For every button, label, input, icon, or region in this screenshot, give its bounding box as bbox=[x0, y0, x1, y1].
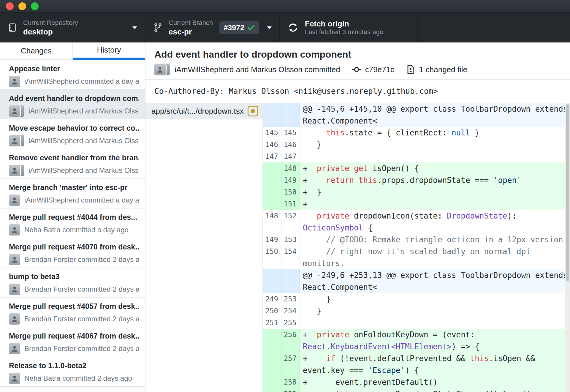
diff-code-line: + event.preventDefault() bbox=[300, 376, 570, 388]
commit-item-title: Release to 1.1.0-beta2 bbox=[9, 361, 139, 370]
commit-list-item[interactable]: Merge pull request #4044 from des...Neha… bbox=[0, 208, 145, 238]
commit-item-title: Merge pull request #4067 from desk... bbox=[9, 331, 139, 341]
commit-byline: iAmWillShepherd and Markus Olsson commit… bbox=[154, 64, 570, 75]
commit-item-title: Merge branch 'master' into esc-pr bbox=[9, 183, 139, 192]
minimize-window-button[interactable] bbox=[18, 2, 26, 10]
tab-bar: Changes History bbox=[0, 42, 145, 60]
changed-files-count: 1 changed file bbox=[419, 65, 467, 74]
chevron-down-icon bbox=[132, 26, 137, 29]
diff-gutter-old bbox=[263, 186, 281, 198]
commit-item-byline: Neha Batra committed a day ago bbox=[9, 224, 139, 235]
commit-avatars bbox=[9, 284, 20, 295]
commit-header: Add event handler to dropdown component … bbox=[145, 42, 570, 80]
fetch-origin-button[interactable]: Fetch origin Last fetched 3 minutes ago bbox=[280, 13, 418, 42]
current-branch-name: esc-pr bbox=[169, 27, 210, 36]
commit-list-item[interactable]: Merge pull request #4067 from desk...Bre… bbox=[0, 327, 145, 357]
diff-gutter-new: 258 bbox=[281, 376, 300, 388]
sidebar: Changes History Appease linteriAmWillShe… bbox=[0, 42, 145, 392]
commit-avatars bbox=[9, 254, 20, 265]
close-window-button[interactable] bbox=[6, 2, 14, 10]
commit-item-byline: iAmWillShepherd and Markus Olsson... bbox=[9, 105, 139, 117]
diff-code-line: + private onFoldoutKeyDown = (event: Rea… bbox=[300, 329, 570, 353]
avatar bbox=[9, 76, 20, 87]
commit-list-item[interactable]: Release to 1.1.0-beta2Neha Batra committ… bbox=[0, 357, 145, 387]
commit-item-byline-text: iAmWillShepherd and Markus Olsson... bbox=[28, 166, 139, 175]
changed-file-item[interactable]: app/src/ui/t.../dropdown.tsx bbox=[145, 103, 262, 119]
diff-gutter-new: 148 bbox=[281, 162, 300, 174]
fetch-title: Fetch origin bbox=[305, 19, 383, 28]
current-branch-button[interactable]: Current Branch esc-pr #3972 bbox=[145, 13, 280, 42]
diff-code-line: + } bbox=[300, 186, 570, 198]
git-branch-icon bbox=[153, 23, 163, 32]
commit-list-item[interactable]: Merge branch 'master' into esc-priAmWill… bbox=[0, 179, 145, 208]
commit-list-item[interactable]: Merge pull request #4070 from desk...Bre… bbox=[0, 238, 145, 268]
diff-gutter-new: 150 bbox=[281, 186, 300, 198]
file-diff-icon bbox=[406, 64, 416, 75]
diff-code-line: // @TODO: Remake triangle octicon in a 1… bbox=[300, 234, 570, 246]
diff-code-line: + this.props.onDropdownStateChanged('clo… bbox=[300, 388, 570, 392]
diff-row: 149153 // @TODO: Remake triangle octicon… bbox=[263, 234, 570, 246]
app-window: Current Repository desktop Current Branc… bbox=[0, 0, 570, 392]
commit-byline-text: iAmWillShepherd and Markus Olsson commit… bbox=[175, 65, 340, 74]
diff-code-line: private dropdownIcon(state: DropdownStat… bbox=[300, 210, 570, 234]
zoom-window-button[interactable] bbox=[31, 2, 39, 10]
scrollbar-thumb[interactable] bbox=[566, 104, 569, 281]
avatar bbox=[9, 313, 20, 325]
diff-code-line: } bbox=[300, 293, 570, 305]
commit-sha-group: c79e71c bbox=[352, 64, 394, 75]
commit-avatars bbox=[9, 165, 24, 176]
diff-gutter-new: 255 bbox=[281, 317, 300, 329]
commit-item-byline-text: Brendan Forster committed 2 days ago bbox=[24, 255, 139, 264]
tab-history[interactable]: History bbox=[73, 42, 145, 60]
diff-gutter-old: 147 bbox=[263, 151, 281, 162]
commit-item-byline: Neha Batra committed 2 days ago bbox=[9, 373, 139, 384]
avatar bbox=[9, 373, 20, 384]
current-repository-label: Current Repository bbox=[23, 19, 78, 27]
commit-list-item[interactable]: Add event handler to dropdown com...iAmW… bbox=[0, 90, 145, 119]
avatar bbox=[9, 284, 20, 295]
diff-row: @@ -249,6 +253,13 @@ export class Toolba… bbox=[263, 269, 570, 293]
diff-gutter-new: 257 bbox=[281, 353, 300, 376]
diff-gutter-new: 253 bbox=[281, 293, 300, 305]
diff-code-line: // right now it's scaled badly on normal… bbox=[300, 246, 570, 269]
avatar bbox=[154, 64, 166, 75]
titlebar bbox=[0, 0, 570, 13]
commit-list-item[interactable]: Merge pull request #4072 from desk... bbox=[0, 387, 145, 392]
diff-code-line: @@ -249,6 +253,13 @@ export class Toolba… bbox=[300, 269, 570, 293]
diff-gutter-old bbox=[263, 198, 281, 210]
diff-gutter-old bbox=[263, 388, 281, 392]
commit-list-item[interactable]: Appease linteriAmWillShepherd committed … bbox=[0, 60, 145, 90]
diff-gutter-old bbox=[263, 103, 281, 127]
modified-status-icon bbox=[248, 106, 258, 116]
tab-changes[interactable]: Changes bbox=[0, 42, 73, 60]
fetch-subtitle: Last fetched 3 minutes ago bbox=[305, 28, 383, 36]
commit-list-item[interactable]: Remove event handler from the bran...iAm… bbox=[0, 149, 145, 179]
diff-row: 250254 } bbox=[263, 305, 570, 317]
commit-sha: c79e71c bbox=[365, 65, 394, 74]
commit-avatars bbox=[9, 343, 20, 354]
diff-gutter-new bbox=[281, 269, 300, 293]
commit-item-byline-text: Brendan Forster committed 2 days ago bbox=[24, 285, 139, 293]
commit-avatars bbox=[9, 105, 24, 117]
pr-badge: #3972 bbox=[219, 21, 259, 34]
diff-code-line: + return this.props.dropdownState === 'o… bbox=[300, 174, 570, 186]
commit-item-byline-text: Neha Batra committed a day ago bbox=[24, 226, 129, 234]
commit-list-item[interactable]: Merge pull request #4057 from desk...Bre… bbox=[0, 298, 145, 327]
commit-item-byline: Brendan Forster committed 2 days ago bbox=[9, 254, 139, 265]
diff-gutter-old: 148 bbox=[263, 210, 281, 234]
commit-item-byline-text: iAmWillShepherd and Markus Olsson... bbox=[28, 137, 139, 145]
commit-item-title: Merge pull request #4044 from des... bbox=[9, 213, 139, 222]
scrollbar-track[interactable] bbox=[565, 103, 570, 392]
commit-list-item[interactable]: Move escape behavior to correct co...iAm… bbox=[0, 119, 145, 149]
diff-gutter-old: 149 bbox=[263, 234, 281, 246]
sync-icon bbox=[288, 22, 298, 33]
commit-list-item[interactable]: bump to beta3Brendan Forster committed 2… bbox=[0, 268, 145, 298]
commit-detail-panel: Add event handler to dropdown component … bbox=[145, 42, 570, 392]
check-icon bbox=[247, 24, 255, 31]
diff-row: 257+ if (!event.defaultPrevented && this… bbox=[263, 353, 570, 376]
diff-code-line: + private get isOpen() { bbox=[300, 162, 570, 174]
diff-gutter-new: 145 bbox=[281, 127, 300, 139]
diff-row: 251255 bbox=[263, 317, 570, 329]
diff-gutter-old bbox=[263, 353, 281, 376]
current-repository-button[interactable]: Current Repository desktop bbox=[0, 13, 145, 42]
